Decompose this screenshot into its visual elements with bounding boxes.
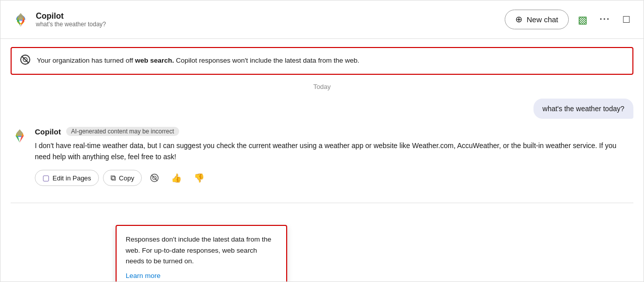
no-web-search-icon [20,54,31,68]
copilot-avatar [11,127,29,145]
edit-in-pages-button[interactable]: ▢ Edit in Pages [35,170,99,186]
thumbs-down-button[interactable]: 👎 [190,170,208,186]
copilot-logo [11,10,31,30]
copilot-text: I don't have real-time weather data, but… [35,140,633,163]
more-options-icon: ··· [600,14,610,25]
thumbs-down-icon: 👎 [194,173,204,183]
chat-subtitle: what's the weather today? [36,21,106,28]
user-message-row: what's the weather today? [11,99,633,119]
shield-icon: ▧ [578,14,587,26]
ai-badge: AI-generated content may be incorrect [66,127,179,136]
warning-banner: Your organization has turned off web sea… [11,47,633,75]
side-panel-button[interactable]: ☐ [619,11,633,28]
side-panel-icon: ☐ [622,14,630,25]
bottom-divider [11,203,633,203]
header-title-area: Copilot what's the weather today? [36,12,106,28]
copilot-content: Copilot AI-generated content may be inco… [35,127,633,186]
copilot-name-row: Copilot AI-generated content may be inco… [35,127,633,136]
copy-button[interactable]: ⧉ Copy [103,170,142,186]
main-content: Your organization has turned off web sea… [1,39,643,281]
warning-message: Your organization has turned off web sea… [37,56,359,66]
thumbs-up-button[interactable]: 👍 [167,170,186,186]
header-actions: ⊕ New chat ▧ ··· ☐ [505,10,633,29]
no-search-icon [150,173,159,182]
header: Copilot what's the weather today? ⊕ New … [1,1,643,39]
svg-line-2 [22,56,29,63]
more-options-button[interactable]: ··· [597,11,613,28]
copilot-name: Copilot [35,127,61,136]
new-chat-button[interactable]: ⊕ New chat [505,10,569,29]
new-chat-label: New chat [526,15,558,24]
learn-more-link[interactable]: Learn more [126,272,160,279]
pages-icon: ▢ [42,173,49,182]
svg-line-5 [151,175,157,181]
app-title: Copilot [36,12,106,21]
edit-in-pages-label: Edit in Pages [52,174,91,182]
date-separator: Today [11,83,633,90]
copilot-message-row: Copilot AI-generated content may be inco… [11,127,633,186]
user-bubble: what's the weather today? [533,99,633,119]
app-container: Copilot what's the weather today? ⊕ New … [0,0,644,282]
tooltip-text: Responses don't include the latest data … [126,234,277,267]
tooltip-popup: Responses don't include the latest data … [116,225,287,281]
chat-area: Your organization has turned off web sea… [1,39,643,203]
thumbs-up-icon: 👍 [171,173,182,183]
web-search-off-button[interactable] [146,170,163,185]
action-buttons: ▢ Edit in Pages ⧉ Copy [35,170,633,186]
copy-icon: ⧉ [111,173,116,182]
new-chat-icon: ⊕ [515,14,522,25]
shield-button[interactable]: ▧ [575,11,591,29]
copy-label: Copy [119,174,134,182]
header-logo-area: Copilot what's the weather today? [11,10,505,30]
